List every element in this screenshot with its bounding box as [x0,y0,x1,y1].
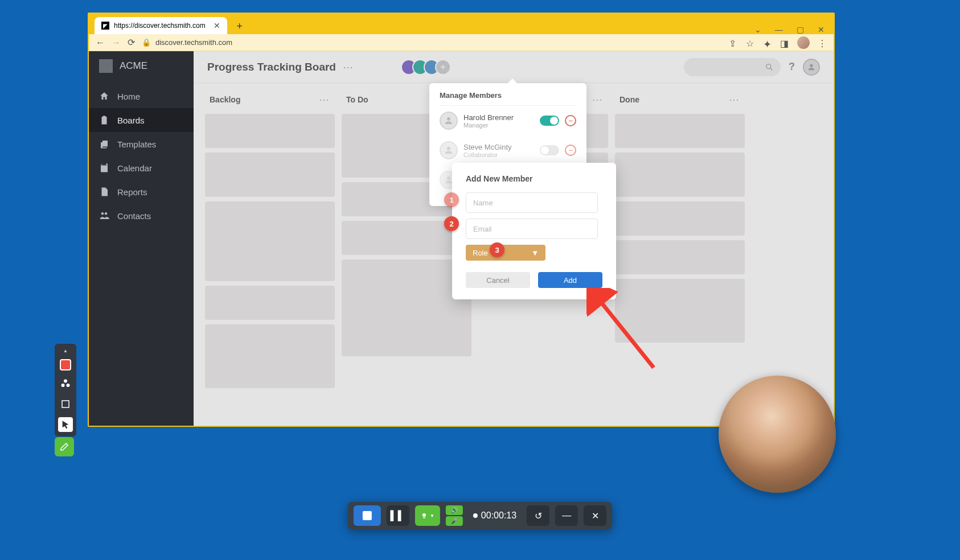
reload-icon[interactable]: ⟳ [128,37,135,48]
add-member-dialog: Add New Member Role ▼ Cancel Add [452,163,616,299]
forward-icon[interactable]: → [112,38,121,48]
member-row: Steve McGinty Collaborator − [440,135,576,165]
pause-icon: ▌▌ [391,510,406,521]
people-icon [99,211,109,221]
svg-point-7 [61,384,65,387]
cursor-tool[interactable] [58,417,73,432]
role-select-label: Role [473,249,488,257]
clipboard-icon [99,115,109,125]
member-role: Collaborator [463,151,534,158]
sidebar: ACME Home Boards Templates Calendar Repo… [89,51,194,426]
pencil-icon [59,442,69,452]
minimize-icon[interactable]: — [775,25,783,34]
copy-icon [99,139,109,149]
cursor-icon [61,420,70,429]
microphone-toggle[interactable]: 🎤 [446,516,463,526]
svg-rect-9 [62,401,69,407]
name-input[interactable] [466,192,598,213]
sidebar-item-templates[interactable]: Templates [89,132,194,156]
sidebar-brand[interactable]: ACME [89,59,194,84]
lock-icon: 🔒 [142,38,151,47]
share-icon[interactable]: ⇪ [729,38,738,47]
sidebar-label: Templates [117,139,156,149]
speaker-icon: 🔊 [451,507,458,513]
svg-line-3 [598,298,654,368]
browser-titlebar: ◤ https://discover.techsmith.com ✕ + ⌄ —… [89,14,834,34]
window-controls: ⌄ — ▢ ✕ [754,25,828,34]
stamp-tool[interactable] [58,376,73,391]
circles-icon [60,378,71,389]
member-role: Manager [463,122,534,129]
extensions-icon[interactable]: ✦ [763,38,772,47]
member-active-toggle[interactable] [540,145,559,155]
role-select[interactable]: Role ▼ [466,245,545,261]
restart-recording-button[interactable]: ↺ [527,505,549,526]
sidebar-item-contacts[interactable]: Contacts [89,204,194,228]
close-recorder-button[interactable]: ✕ [584,505,606,526]
recorder-toolbar: ▌▌ ▼ 🔊 🎤 00:00:13 ↺ — ✕ [348,502,612,529]
tab-title: https://discover.techsmith.com [114,22,206,30]
sidepanel-icon[interactable]: ◨ [780,38,789,47]
brand-name: ACME [120,60,147,72]
manage-members-title: Manage Members [440,91,576,106]
profile-avatar[interactable] [797,36,810,49]
minimize-icon: — [562,510,571,521]
mic-icon: 🎤 [451,518,458,524]
back-icon[interactable]: ← [96,38,105,48]
remove-member-button[interactable]: − [565,145,576,156]
url-text: discover.techsmith.com [155,38,232,47]
home-icon [99,91,109,101]
remove-member-button[interactable]: − [565,115,576,126]
tab-close-icon[interactable]: ✕ [214,21,220,30]
close-window-icon[interactable]: ✕ [818,25,824,34]
member-avatar [440,141,458,159]
sidebar-label: Reports [117,187,147,197]
chevron-down-icon: ▼ [531,249,539,257]
cancel-button[interactable]: Cancel [466,272,530,288]
add-button[interactable]: Add [538,272,602,288]
browser-menu-icon[interactable]: ⋮ [818,38,827,47]
tab-favicon: ◤ [101,22,109,30]
svg-point-8 [67,384,70,387]
browser-toolbar: ← → ⟳ 🔒 discover.techsmith.com ⇪ ☆ ✦ ◨ ⋮ [89,34,834,51]
webcam-overlay[interactable] [719,376,836,493]
calendar-icon [99,163,109,173]
sidebar-item-calendar[interactable]: Calendar [89,156,194,180]
outline-tool[interactable] [58,397,73,411]
member-avatar [440,112,458,130]
close-icon: ✕ [592,510,599,521]
edit-annotation-button[interactable] [55,437,74,456]
address-bar[interactable]: 🔒 discover.techsmith.com [142,38,722,47]
recording-indicator-icon [473,513,478,518]
member-active-toggle[interactable] [540,116,559,126]
email-input[interactable] [466,219,598,239]
step-badge-3: 3 [490,242,504,257]
annotation-tool-palette[interactable] [55,344,76,437]
arrow-annotation [586,288,660,373]
minimize-recorder-button[interactable]: — [555,505,578,526]
maximize-icon[interactable]: ▢ [797,25,804,34]
sidebar-item-home[interactable]: Home [89,84,194,108]
step-badge-2: 2 [444,216,459,231]
member-name: Steve McGinty [463,143,534,151]
stop-icon [363,511,372,520]
main-area: Progress Tracking Board ⋯ + ? [194,51,834,426]
new-tab-button[interactable]: + [232,18,248,34]
restart-icon: ↺ [535,510,542,521]
sidebar-item-reports[interactable]: Reports [89,180,194,204]
webcam-toggle-button[interactable]: ▼ [415,505,440,526]
brand-logo [99,59,113,73]
browser-tab[interactable]: ◤ https://discover.techsmith.com ✕ [95,17,227,34]
member-name: Harold Brenner [463,113,534,122]
sidebar-label: Calendar [117,163,152,173]
pause-recording-button[interactable]: ▌▌ [387,505,409,526]
caret-down-icon[interactable]: ⌄ [754,25,761,34]
stop-recording-button[interactable] [354,505,381,526]
svg-rect-5 [423,517,425,518]
shape-tool[interactable] [60,359,71,370]
sidebar-item-boards[interactable]: Boards [89,108,194,132]
webcam-icon [421,510,428,521]
bookmark-icon[interactable]: ☆ [746,38,755,47]
document-icon [99,187,109,197]
system-audio-toggle[interactable]: 🔊 [446,505,463,515]
